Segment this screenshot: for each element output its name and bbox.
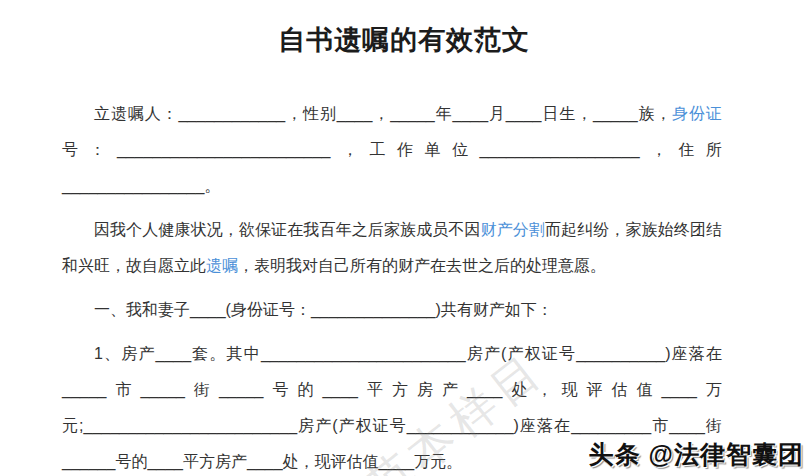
paragraph-text: 一、我和妻子____(身份证号：______________)共有财产如下：: [94, 301, 553, 318]
inline-link[interactable]: 财产分割: [481, 221, 545, 238]
document-body: 立遗嘱人：____________，性别____，_____年____月____…: [62, 96, 722, 476]
paragraph-text: ，表明我对自己所有的财产在去世之后的处理意愿。: [238, 257, 606, 274]
paragraph-text: 因我个人健康状况，欲保证在我百年之后家族成员不因: [94, 221, 481, 238]
paragraph-text: 立遗嘱人：____________，性别____，_____年____月____…: [94, 105, 672, 122]
page-title: 自书遗嘱的有效范文: [40, 22, 768, 58]
paragraph: 因我个人健康状况，欲保证在我百年之后家族成员不因财产分割而起纠纷，家族始终团结和…: [62, 212, 722, 284]
inline-link[interactable]: 遗嘱: [206, 257, 238, 274]
paragraph: 立遗嘱人：____________，性别____，_____年____月____…: [62, 96, 722, 204]
paragraph-text: 1、房产____套。其中_______________________房产(产权…: [62, 345, 722, 470]
article-page: 自书遗嘱的有效范文 立遗嘱人：____________，性别____，_____…: [0, 0, 808, 476]
paragraph: 一、我和妻子____(身份证号：______________)共有财产如下：: [62, 292, 722, 328]
inline-link[interactable]: 身份证: [672, 105, 722, 122]
paragraph-text: 号：________________________，工作单位_________…: [62, 141, 722, 194]
paragraph: 1、房产____套。其中_______________________房产(产权…: [62, 336, 722, 476]
paragraph-list: 立遗嘱人：____________，性别____，_____年____月____…: [62, 96, 722, 476]
